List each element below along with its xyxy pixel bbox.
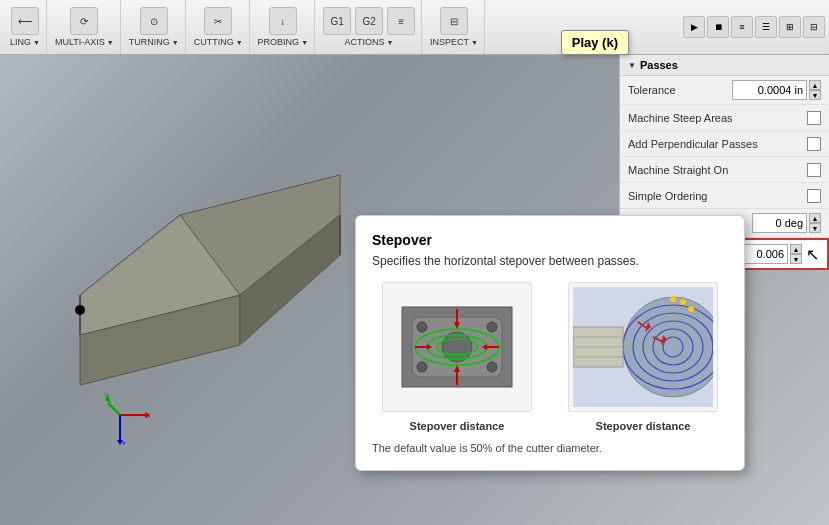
probing-dropdown-arrow: ▼ [301,39,308,46]
actions-icon2[interactable]: G2 [355,7,383,35]
add-perpendicular-value [807,137,821,151]
machine-steep-label: Machine Steep Areas [628,112,801,124]
actions-label[interactable]: ACTIONS ▼ [345,37,394,47]
pass-direction-value: ▲ ▼ [752,213,821,233]
ling-icon[interactable]: ⟵ [11,7,39,35]
stepover-spinner: ▲ ▼ [790,244,802,264]
stepover-image-curved [568,282,718,412]
svg-text:Z: Z [121,440,126,445]
right-icon-2[interactable]: ⏹ [707,16,729,38]
svg-point-29 [487,362,497,372]
cutting-label[interactable]: CUTTING ▼ [194,37,243,47]
svg-point-6 [75,305,85,315]
passes-header: ▼ Passes [620,55,829,76]
machine-straight-row: Machine Straight On [620,157,829,183]
ling-dropdown-arrow: ▼ [33,39,40,46]
tolerance-label: Tolerance [628,84,726,96]
stepover-tooltip-panel: Stepover Specifies the horizontal stepov… [355,215,745,471]
machine-steep-row: Machine Steep Areas [620,105,829,131]
stepover-image-flat [382,282,532,412]
stepover-down[interactable]: ▼ [790,254,802,264]
right-icon-3[interactable]: ≡ [731,16,753,38]
machine-straight-checkbox[interactable] [807,163,821,177]
pass-direction-down[interactable]: ▼ [809,223,821,233]
tolerance-row: Tolerance ▲ ▼ [620,76,829,105]
machine-steep-checkbox[interactable] [807,111,821,125]
cutting-dropdown-arrow: ▼ [236,39,243,46]
right-icon-6[interactable]: ⊟ [803,16,825,38]
toolbar-group-turning: ⊙ TURNING ▼ [123,0,186,54]
simple-ordering-label: Simple Ordering [628,190,801,202]
tolerance-value: ▲ ▼ [732,80,821,100]
main-toolbar: ⟵ LING ▼ ⟳ MULTI-AXIS ▼ ⊙ TURNING ▼ ✂ CU… [0,0,829,55]
axes-indicator: X Y Z [90,385,150,445]
stepover-image1-label: Stepover distance [410,420,505,432]
tolerance-down[interactable]: ▼ [809,90,821,100]
simple-ordering-checkbox[interactable] [807,189,821,203]
simple-ordering-row: Simple Ordering [620,183,829,209]
svg-point-26 [417,322,427,332]
flat-plate-svg [387,287,527,407]
add-perpendicular-label: Add Perpendicular Passes [628,138,801,150]
simple-ordering-value [807,189,821,203]
toolbar-group-ling: ⟵ LING ▼ [4,0,47,54]
toolbar-group-inspect: ⊟ INSPECT ▼ [424,0,485,54]
toolbar-group-actions: G1 G2 ≡ ACTIONS ▼ [317,0,422,54]
multi-axis-label[interactable]: MULTI-AXIS ▼ [55,37,114,47]
tolerance-input[interactable] [732,80,807,100]
toolbar-group-cutting: ✂ CUTTING ▼ [188,0,250,54]
turning-label[interactable]: TURNING ▼ [129,37,179,47]
pass-direction-up[interactable]: ▲ [809,213,821,223]
machine-steep-value [807,111,821,125]
actions-dropdown-arrow: ▼ [387,39,394,46]
stepover-images-container: Stepover distance [372,282,728,432]
svg-point-49 [670,296,676,302]
toolbar-group-multi-axis: ⟳ MULTI-AXIS ▼ [49,0,121,54]
stepover-image2-label: Stepover distance [596,420,691,432]
turning-dropdown-arrow: ▼ [172,39,179,46]
right-icon-1[interactable]: ▶ [683,16,705,38]
right-icon-5[interactable]: ⊞ [779,16,801,38]
3d-object [20,115,400,415]
inspect-icon[interactable]: ⊟ [440,7,468,35]
svg-line-9 [108,403,120,415]
cursor-pointer: ↖ [806,245,819,264]
multi-axis-icon[interactable]: ⟳ [70,7,98,35]
tolerance-up[interactable]: ▲ [809,80,821,90]
add-perpendicular-row: Add Perpendicular Passes [620,131,829,157]
stepover-default-text: The default value is 50% of the cutter d… [372,442,728,454]
actions-icon1[interactable]: G1 [323,7,351,35]
probing-label[interactable]: PROBING ▼ [258,37,308,47]
actions-icon3[interactable]: ≡ [387,7,415,35]
toolbar-group-probing: ↓ PROBING ▼ [252,0,315,54]
inspect-dropdown-arrow: ▼ [471,39,478,46]
svg-point-25 [442,332,472,362]
svg-point-51 [688,306,694,312]
stepover-up[interactable]: ▲ [790,244,802,254]
svg-text:Y: Y [104,391,110,400]
machine-straight-label: Machine Straight On [628,164,801,176]
machine-straight-value [807,163,821,177]
svg-text:X: X [146,411,150,420]
right-icon-4[interactable]: ☰ [755,16,777,38]
stepover-tooltip-desc: Specifies the horizontal stepover betwee… [372,254,728,268]
probing-icon[interactable]: ↓ [269,7,297,35]
svg-point-28 [417,362,427,372]
ling-label[interactable]: LING ▼ [10,37,40,47]
svg-point-27 [487,322,497,332]
triangle-icon: ▼ [628,61,636,70]
pass-direction-input[interactable] [752,213,807,233]
stepover-value: ▲ ▼ ↖ [733,244,819,264]
multi-axis-dropdown-arrow: ▼ [107,39,114,46]
svg-point-50 [680,299,686,305]
play-tooltip: Play (k) [561,30,629,55]
stepover-tooltip-title: Stepover [372,232,728,248]
pass-direction-spinner: ▲ ▼ [809,213,821,233]
passes-label: Passes [640,59,678,71]
add-perpendicular-checkbox[interactable] [807,137,821,151]
tolerance-spinner: ▲ ▼ [809,80,821,100]
inspect-label[interactable]: INSPECT ▼ [430,37,478,47]
curved-surface-svg [573,287,713,407]
cutting-icon[interactable]: ✂ [204,7,232,35]
turning-icon[interactable]: ⊙ [140,7,168,35]
